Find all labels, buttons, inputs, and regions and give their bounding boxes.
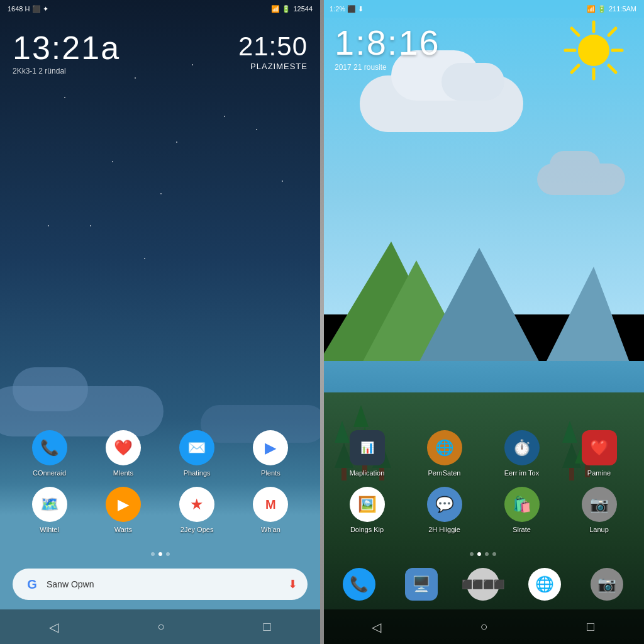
app-icon-play[interactable]: ▶	[253, 430, 288, 465]
app-maps[interactable]: 🗺️ Wihtel	[25, 487, 75, 533]
dot-right-3[interactable]	[485, 552, 489, 556]
dot-right-4[interactable]	[492, 552, 496, 556]
app-label-phone: COnneraid	[33, 469, 66, 477]
app-label-gmail: Wh'an	[261, 526, 280, 533]
dock-icon-computer[interactable]: 🖥️	[405, 568, 438, 601]
app-icon-phone[interactable]: 📞	[32, 430, 67, 465]
app-label-store: Slrate	[513, 526, 531, 533]
app-icon-star[interactable]: ★	[179, 487, 214, 522]
right-time-value: 21:50	[238, 31, 308, 62]
mountain-blue-center	[416, 248, 542, 367]
status-bar-left: 1648 H ⬛ ✦ 📶 🔋 12544	[0, 0, 320, 18]
app-play[interactable]: ▶ Plents	[245, 430, 296, 477]
app-icon-pamine[interactable]: ❤️	[582, 430, 617, 465]
svg-line-7	[572, 65, 579, 72]
dot-2[interactable]	[158, 552, 162, 556]
app-label-play: Plents	[261, 469, 280, 477]
clock-sub-left: 2Kk3-1 2 ründal	[13, 67, 120, 75]
app-timer[interactable]: ⏱️ Eerr im Tox	[497, 430, 547, 477]
app-grid-left: 📞 COnneraid ❤️ Mlents ✉️ Phatings ▶ Plen…	[13, 430, 308, 543]
app-store[interactable]: 🛍️ Slrate	[497, 487, 547, 533]
nav-recent-left[interactable]: □	[264, 619, 271, 634]
nav-back-left[interactable]: ◁	[49, 619, 58, 635]
app-icon-video[interactable]: ▶	[106, 487, 141, 522]
app-label-photos: Doings Kip	[350, 526, 384, 533]
nav-recent-right[interactable]: □	[587, 619, 594, 634]
app-gmail[interactable]: M Wh'an	[245, 487, 296, 533]
app-label-star: 2Jey Opes	[180, 526, 214, 533]
app-icon-store[interactable]: 🛍️	[504, 487, 540, 522]
dock-camera[interactable]: 📷	[582, 568, 632, 604]
app-photos[interactable]: 🖼️ Doings Kip	[342, 487, 392, 533]
right-time-label: PLAZIMESTE	[238, 62, 308, 71]
dock-icon-chrome[interactable]: 🌐	[528, 568, 561, 601]
app-camera-right[interactable]: 📷 Lanup	[574, 487, 625, 533]
app-icon-messages[interactable]: 💬	[427, 487, 462, 522]
mountain-blue-right	[543, 267, 631, 367]
status-right-text: 12544	[293, 5, 313, 13]
search-bar-left[interactable]: G Sanw Opwn ⬇	[13, 569, 308, 600]
app-video[interactable]: ▶ Warts	[98, 487, 148, 533]
dock-icon-dots[interactable]: ⬛⬛⬛⬛	[467, 568, 499, 601]
app-label-pamine: Pamine	[587, 469, 611, 477]
clock-sub-right: 2017 21 rousite	[335, 63, 440, 72]
dock-dots[interactable]: ⬛⬛⬛⬛	[458, 568, 508, 604]
app-icon-maplication[interactable]: 📊	[350, 430, 385, 465]
app-star[interactable]: ★ 2Jey Opes	[172, 487, 222, 533]
left-phone: 1648 H ⬛ ✦ 📶 🔋 12544 13:21a 2Kk3-1 2 rün…	[0, 0, 322, 644]
app-label-messages: 2H Hiiggie	[428, 526, 460, 533]
app-pernsaten[interactable]: 🌐 PernSaten	[419, 430, 470, 477]
app-phone[interactable]: 📞 COnneraid	[25, 430, 75, 477]
dock-icon-camera[interactable]: 📷	[591, 568, 623, 601]
dock-chrome[interactable]: 🌐	[519, 568, 570, 604]
app-icon-camera-right[interactable]: 📷	[582, 487, 617, 522]
dock-phone[interactable]: 📞	[334, 568, 384, 604]
app-label-mail: Phatings	[184, 469, 211, 477]
app-icon-health[interactable]: ❤️	[106, 430, 141, 465]
app-icon-timer[interactable]: ⏱️	[504, 430, 540, 465]
app-icon-pernsaten[interactable]: 🌐	[427, 430, 462, 465]
app-mail[interactable]: ✉️ Phatings	[172, 430, 222, 477]
app-icon-photos[interactable]: 🖼️	[350, 487, 385, 522]
dot-right-2[interactable]	[477, 552, 481, 556]
app-grid-right: 📊 Maplication 🌐 PernSaten ⏱️ Eerr im Tox…	[328, 430, 638, 543]
right-phone: 1:2% ⬛ ⬇ 📶 🔋 211:5AM 1:8:16 2017 21 rous…	[322, 0, 644, 644]
signal-right: 📶 🔋	[587, 5, 606, 13]
dock-icon-phone[interactable]: 📞	[343, 568, 375, 601]
app-icon-gmail[interactable]: M	[253, 487, 288, 522]
svg-line-4	[572, 28, 579, 35]
status-right-icons: 📶 🔋 12544	[271, 5, 313, 13]
google-logo: G	[23, 575, 42, 594]
app-row-right-2: 🖼️ Doings Kip 💬 2H Hiiggie 🛍️ Slrate 📷 L…	[328, 487, 638, 533]
app-icon-mail[interactable]: ✉️	[179, 430, 214, 465]
app-pamine[interactable]: ❤️ Pamine	[574, 430, 625, 477]
mic-icon-left[interactable]: ⬇	[288, 577, 297, 591]
phone-separator	[320, 0, 324, 644]
nav-home-right[interactable]: ○	[480, 619, 487, 634]
status-right-icons: 📶 🔋 211:5AM	[587, 5, 636, 13]
right-time-left: 21:50 PLAZIMESTE	[238, 31, 308, 71]
status-bar-right: 1:2% ⬛ ⬇ 📶 🔋 211:5AM	[322, 0, 644, 18]
dock-bar-right: 📞 🖥️ ⬛⬛⬛⬛ 🌐 📷	[328, 562, 638, 609]
sun-widget	[562, 19, 625, 82]
app-maplication[interactable]: 📊 Maplication	[342, 430, 392, 477]
cloud-small-right	[537, 164, 625, 195]
nav-home-left[interactable]: ○	[157, 619, 165, 634]
svg-line-5	[609, 65, 616, 72]
stars-bg	[0, 0, 320, 644]
search-text-left[interactable]: Sanw Opwn	[47, 579, 283, 589]
dot-1[interactable]	[151, 552, 155, 556]
clock-time-right: 1:8:16	[335, 25, 440, 60]
nav-back-right[interactable]: ◁	[372, 619, 381, 635]
app-health[interactable]: ❤️ Mlents	[98, 430, 148, 477]
app-messages[interactable]: 💬 2H Hiiggie	[419, 487, 470, 533]
nav-bar-right: ◁ ○ □	[322, 609, 644, 644]
svg-line-6	[609, 28, 616, 35]
nav-bar-left: ◁ ○ □	[0, 609, 320, 644]
dot-3[interactable]	[166, 552, 170, 556]
app-row-2: 🗺️ Wihtel ▶ Warts ★ 2Jey Opes M Wh'an	[13, 487, 308, 533]
app-icon-maps[interactable]: 🗺️	[32, 487, 67, 522]
dot-right-1[interactable]	[470, 552, 474, 556]
app-label-warts: Warts	[114, 526, 132, 533]
dock-computer[interactable]: 🖥️	[396, 568, 447, 604]
